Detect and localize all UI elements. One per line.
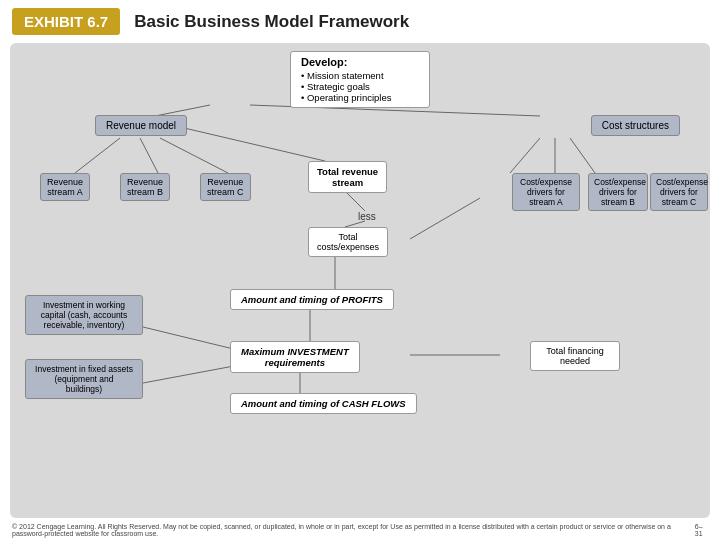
cost-driver-a-box: Cost/expense drivers for stream A — [512, 173, 580, 211]
svg-line-3 — [140, 138, 158, 173]
stream-c-line1: Revenue — [207, 177, 244, 187]
page-container: EXHIBIT 6.7 Basic Business Model Framewo… — [0, 0, 720, 540]
cost-driver-b-line2: drivers for — [594, 187, 642, 197]
svg-line-11 — [410, 198, 480, 239]
develop-box: Develop: • Mission statement • Strategic… — [290, 51, 430, 108]
develop-item-1: • Mission statement — [301, 70, 419, 81]
max-invest-line2: requirements — [241, 357, 349, 368]
invest-fixed-box: Investment in fixed assets (equipment an… — [25, 359, 143, 399]
diagram-area: Develop: • Mission statement • Strategic… — [10, 43, 710, 518]
invest-fixed-line3: buildings) — [33, 384, 135, 394]
copyright-text: © 2012 Cengage Learning. All Rights Rese… — [12, 523, 695, 537]
header-title: Basic Business Model Framework — [134, 12, 409, 32]
cost-structures-box: Cost structures — [591, 115, 680, 136]
cost-driver-c-line1: Cost/expense — [656, 177, 702, 187]
less-label: less — [358, 211, 376, 222]
profits-box: Amount and timing of PROFITS — [230, 289, 394, 310]
svg-line-2 — [75, 138, 120, 173]
develop-item-3: • Operating principles — [301, 92, 419, 103]
cost-driver-c-box: Cost/expense drivers for stream C — [650, 173, 708, 211]
total-revenue-line2: stream — [317, 177, 378, 188]
total-costs-box: Total costs/expenses — [308, 227, 388, 257]
page-number: 6–31 — [695, 523, 708, 537]
total-revenue-line1: Total revenue — [317, 166, 378, 177]
total-revenue-box: Total revenue stream — [308, 161, 387, 193]
stream-b-line1: Revenue — [127, 177, 163, 187]
footer: © 2012 Cengage Learning. All Rights Rese… — [0, 520, 720, 540]
invest-working-line2: capital (cash, accounts — [33, 310, 135, 320]
revenue-model-box: Revenue model — [95, 115, 187, 136]
svg-line-4 — [160, 138, 228, 173]
total-financing-line2: needed — [539, 356, 611, 366]
invest-working-line1: Investment in working — [33, 300, 135, 310]
cash-flows-box: Amount and timing of CASH FLOWS — [230, 393, 417, 414]
total-costs-line2: costs/expenses — [317, 242, 379, 252]
svg-line-10 — [570, 138, 595, 173]
develop-item-2: • Strategic goals — [301, 81, 419, 92]
max-invest-box: Maximum INVESTMENT requirements — [230, 341, 360, 373]
svg-line-6 — [345, 191, 365, 211]
stream-a-line2: stream A — [47, 187, 83, 197]
cost-driver-a-line2: drivers for — [518, 187, 574, 197]
header: EXHIBIT 6.7 Basic Business Model Framewo… — [0, 0, 720, 43]
exhibit-label: EXHIBIT 6.7 — [12, 8, 120, 35]
invest-fixed-line1: Investment in fixed assets — [33, 364, 135, 374]
total-costs-line1: Total — [317, 232, 379, 242]
stream-b-box: Revenue stream B — [120, 173, 170, 201]
stream-b-line2: stream B — [127, 187, 163, 197]
invest-fixed-line2: (equipment and — [33, 374, 135, 384]
stream-c-box: Revenue stream C — [200, 173, 251, 201]
stream-a-line1: Revenue — [47, 177, 83, 187]
cost-driver-b-box: Cost/expense drivers for stream B — [588, 173, 648, 211]
stream-c-line2: stream C — [207, 187, 244, 197]
svg-line-5 — [180, 127, 325, 161]
cost-driver-b-line3: stream B — [594, 197, 642, 207]
total-financing-line1: Total financing — [539, 346, 611, 356]
invest-working-box: Investment in working capital (cash, acc… — [25, 295, 143, 335]
cost-driver-c-line2: drivers for — [656, 187, 702, 197]
stream-a-box: Revenue stream A — [40, 173, 90, 201]
cost-driver-a-line3: stream A — [518, 197, 574, 207]
cost-driver-b-line1: Cost/expense — [594, 177, 642, 187]
cost-driver-c-line3: stream C — [656, 197, 702, 207]
svg-line-8 — [510, 138, 540, 173]
max-invest-line1: Maximum INVESTMENT — [241, 346, 349, 357]
develop-title: Develop: — [301, 56, 419, 68]
total-financing-box: Total financing needed — [530, 341, 620, 371]
cost-driver-a-line1: Cost/expense — [518, 177, 574, 187]
invest-working-line3: receivable, inventory) — [33, 320, 135, 330]
